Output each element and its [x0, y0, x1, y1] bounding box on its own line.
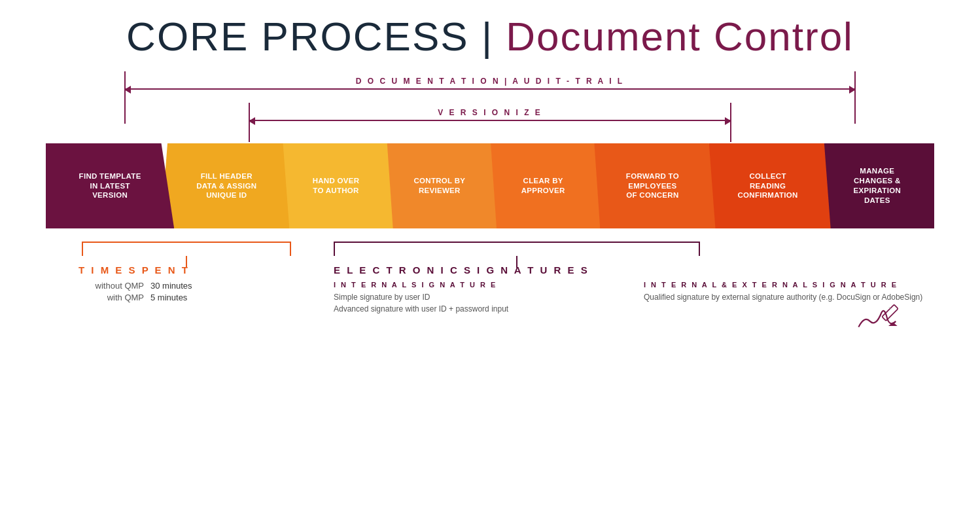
step-3: HAND OVERTO AUTHOR [276, 143, 393, 228]
step-7: COLLECTREADINGCONFIRMATION [703, 143, 831, 228]
step-8: MANAGECHANGES &EXPIRATIONDATES [818, 143, 934, 228]
signature-icon-area [856, 300, 901, 339]
step-6-label: FORWARD TOEMPLOYEESOF CONCERN [614, 166, 688, 206]
versionize-left-vertical [249, 103, 250, 142]
time-spent-title: T I M E S P E N T [79, 264, 321, 276]
step-7-label: COLLECTREADINGCONFIRMATION [726, 166, 807, 206]
esig-title: E L E C T R O N I C S I G N A T U R E S [334, 264, 934, 276]
time-row-1: without QMP 30 minutes [79, 281, 321, 291]
time-value-1: 30 minutes [150, 281, 192, 291]
title-part1: CORE PROCESS [126, 14, 469, 59]
audit-left-vertical [124, 71, 126, 124]
step-2-label: FILL HEADERDATA & ASSIGNUNIQUE ID [184, 166, 266, 206]
step-5: CLEAR BYAPPROVER [483, 143, 600, 228]
step-8-label: MANAGECHANGES &EXPIRATIONDATES [842, 161, 910, 211]
esig-external-title: I N T E R N A L & E X T E R N A L S I G … [644, 281, 934, 289]
versionize-line [249, 120, 731, 121]
step-6: FORWARD TOEMPLOYEESOF CONCERN [587, 143, 715, 228]
page-container: CORE PROCESS | Document Control D O C U … [0, 0, 980, 521]
svg-rect-0 [882, 304, 898, 321]
title-area: CORE PROCESS | Document Control [26, 13, 954, 60]
step-3-label: HAND OVERTO AUTHOR [301, 171, 369, 201]
esig-columns: I N T E R N A L S I G N A T U R E Simple… [334, 281, 934, 315]
esig-internal-title: I N T E R N A L S I G N A T U R E [334, 281, 624, 289]
title-separator: | [469, 14, 506, 59]
step-4: CONTROL BYREVIEWER [380, 143, 497, 228]
step-1-label: FIND TEMPLATEIN LATESTVERSION [70, 166, 150, 206]
esig-internal-col: I N T E R N A L S I G N A T U R E Simple… [334, 281, 624, 315]
esig-internal-line1: Simple signature by user ID [334, 291, 624, 303]
step-4-label: CONTROL BYREVIEWER [402, 171, 474, 201]
time-row-2: with QMP 5 minutes [79, 293, 321, 302]
versionize-label: V E R S I O N I Z E [438, 108, 542, 117]
title-part2: Document Control [506, 14, 854, 59]
step-1: FIND TEMPLATEIN LATESTVERSION [46, 143, 174, 228]
time-spent-content: T I M E S P E N T without QMP 30 minutes… [46, 261, 321, 302]
step-2: FILL HEADERDATA & ASSIGNUNIQUE ID [161, 143, 289, 228]
process-flow: FIND TEMPLATEIN LATESTVERSION FILL HEADE… [46, 143, 934, 228]
time-label-1: without QMP [79, 281, 144, 291]
esig-area: E L E C T R O N I C S I G N A T U R E S … [321, 235, 934, 315]
bottom-section: T I M E S P E N T without QMP 30 minutes… [46, 228, 934, 315]
time-label-2: with QMP [79, 293, 144, 302]
audit-trail-line [124, 88, 856, 90]
time-value-2: 5 minutes [150, 293, 187, 302]
versionize-right-vertical [730, 103, 731, 142]
audit-trail-label: D O C U M E N T A T I O N | A U D I T - … [356, 77, 624, 86]
signature-icon [856, 300, 901, 336]
audit-trail-container: D O C U M E N T A T I O N | A U D I T - … [79, 71, 901, 104]
arrows-area: D O C U M E N T A T I O N | A U D I T - … [46, 71, 934, 143]
versionize-container: V E R S I O N I Z E [222, 103, 758, 135]
esig-internal-line2: Advanced signature with user ID + passwo… [334, 303, 624, 315]
audit-right-vertical [854, 71, 856, 124]
step-5-label: CLEAR BYAPPROVER [510, 171, 574, 201]
time-spent-area: T I M E S P E N T without QMP 30 minutes… [46, 235, 321, 315]
